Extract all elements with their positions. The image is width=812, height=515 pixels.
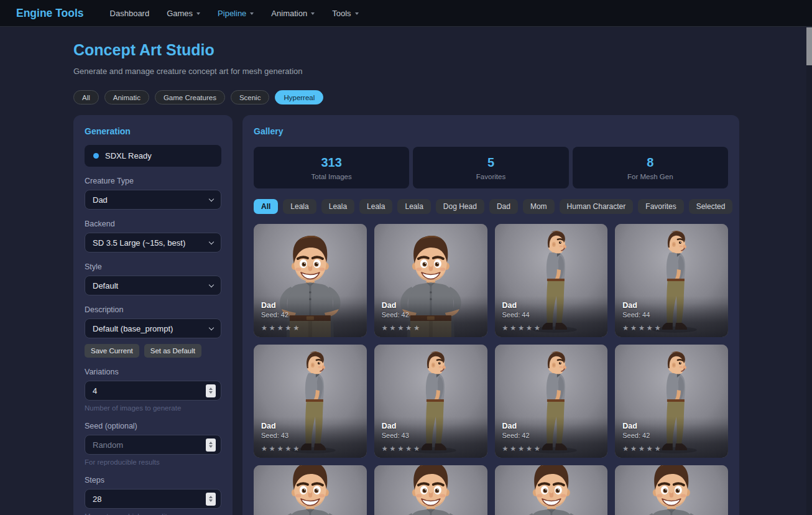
star-rating-icon[interactable]: ★★★★★: [622, 445, 721, 453]
gallery-pill-favorites[interactable]: Favorites: [638, 199, 683, 214]
gallery-card[interactable]: Dad Seed: 42 ★★★★★: [495, 345, 608, 458]
concept-art-image: [495, 465, 608, 515]
category-pill-scenic[interactable]: Scenic: [231, 90, 270, 104]
nav-item-animation[interactable]: Animation: [271, 9, 315, 18]
style-select[interactable]: Default: [85, 276, 221, 295]
gallery-card[interactable]: Dad Seed: 43 ★★★★★: [374, 345, 487, 458]
category-pill-game-creatures[interactable]: Game Creatures: [155, 90, 225, 104]
status-text: SDXL Ready: [105, 151, 152, 160]
star-rating-icon[interactable]: ★★★★★: [502, 445, 601, 453]
page-scrollbar-thumb[interactable]: [806, 27, 812, 65]
card-overlay: Dad Seed: 42 ★★★★★: [495, 417, 608, 458]
nav-item-label: Pipeline: [218, 9, 246, 18]
star-rating-icon[interactable]: ★★★★★: [382, 324, 480, 332]
nav-item-label: Tools: [332, 9, 351, 18]
steps-value: 28: [93, 494, 101, 504]
style-label: Style: [85, 262, 221, 271]
number-stepper-icon[interactable]: [206, 438, 216, 452]
chevron-down-icon: [209, 196, 214, 201]
set-as-default-button[interactable]: Set as Default: [144, 344, 201, 358]
stat-favorites: 5 Favorites: [413, 147, 568, 188]
category-pill-hyperreal[interactable]: Hyperreal: [275, 90, 323, 104]
save-current-button[interactable]: Save Current: [85, 344, 139, 358]
nav-item-dashboard[interactable]: Dashboard: [110, 9, 150, 18]
stepper-down-icon[interactable]: [209, 499, 213, 502]
caret-down-icon: [355, 12, 359, 15]
star-rating-icon[interactable]: ★★★★★: [502, 324, 601, 332]
stepper-up-icon[interactable]: [209, 442, 213, 444]
stepper-down-icon[interactable]: [209, 391, 213, 394]
card-title: Dad: [502, 301, 601, 310]
gallery-card[interactable]: Dad Seed: 44 ★★★★★: [495, 224, 608, 337]
gallery-card[interactable]: Dad Seed: 42 ★★★★★: [374, 224, 487, 337]
backend-value: SD 3.5 Large (~15s, best): [93, 238, 185, 248]
description-label: Description: [85, 305, 221, 314]
gallery-card[interactable]: Dad Seed: 44 ★★★★★: [615, 224, 728, 337]
star-rating-icon[interactable]: ★★★★★: [261, 445, 359, 453]
chevron-down-icon: [209, 325, 214, 330]
page-scrollbar-track[interactable]: [806, 27, 812, 515]
number-stepper-icon[interactable]: [206, 493, 216, 506]
creature-type-label: Creature Type: [85, 177, 221, 185]
stepper-up-icon[interactable]: [209, 387, 213, 390]
gallery-pill-mom[interactable]: Mom: [523, 199, 555, 214]
gallery-card[interactable]: [615, 465, 728, 515]
nav-item-tools[interactable]: Tools: [332, 9, 358, 18]
category-pill-animatic[interactable]: Animatic: [104, 90, 149, 104]
card-title: Dad: [261, 301, 359, 310]
star-rating-icon[interactable]: ★★★★★: [261, 324, 359, 332]
brand-logo[interactable]: Engine Tools: [16, 7, 84, 20]
card-title: Dad: [382, 301, 480, 310]
card-overlay: Dad Seed: 44 ★★★★★: [615, 296, 728, 337]
description-select[interactable]: Default (base_prompt): [85, 318, 221, 338]
nav-item-games[interactable]: Games: [167, 9, 200, 18]
gallery-pill-dog-head[interactable]: Dog Head: [436, 199, 484, 214]
stepper-up-icon[interactable]: [209, 496, 213, 498]
creature-type-select[interactable]: Dad: [85, 190, 221, 210]
number-stepper-icon[interactable]: [206, 384, 216, 397]
gallery-card[interactable]: [374, 465, 487, 515]
seed-input[interactable]: Random: [85, 435, 221, 455]
variations-value: 4: [93, 386, 97, 396]
category-pill-all[interactable]: All: [73, 90, 99, 104]
sdxl-status: SDXL Ready: [85, 145, 221, 167]
gallery-grid: Dad Seed: 42 ★★★★★ Dad Seed: 42 ★★★★★ Da…: [254, 224, 728, 515]
gallery-card[interactable]: Dad Seed: 42 ★★★★★: [254, 224, 367, 337]
stepper-down-icon[interactable]: [209, 445, 213, 448]
concept-art-image: [374, 465, 487, 515]
gallery-card[interactable]: [495, 465, 608, 515]
gallery-card[interactable]: Dad Seed: 42 ★★★★★: [615, 345, 728, 458]
gallery-stats: 313 Total Images 5 Favorites 8 For Mesh …: [254, 147, 728, 188]
variations-input[interactable]: 4: [85, 381, 221, 401]
seed-hint: For reproducible results: [85, 458, 221, 466]
concept-art-image: [615, 465, 728, 515]
gallery-pill-human-character[interactable]: Human Character: [560, 199, 634, 214]
star-rating-icon[interactable]: ★★★★★: [382, 445, 480, 453]
stat-label: For Mesh Gen: [627, 173, 673, 180]
concept-art-image: [254, 465, 367, 515]
gallery-pill-leala-1[interactable]: Leala: [283, 199, 316, 214]
gallery-pill-leala-2[interactable]: Leala: [321, 199, 354, 214]
gallery-pill-leala-4[interactable]: Leala: [397, 199, 430, 214]
steps-input[interactable]: 28: [85, 489, 221, 509]
card-seed: Seed: 42: [382, 311, 480, 318]
nav-item-pipeline[interactable]: Pipeline: [218, 9, 254, 18]
star-rating-icon[interactable]: ★★★★★: [622, 324, 721, 332]
stat-total-images: 313 Total Images: [254, 147, 409, 188]
page-subtitle: Generate and manage creature concept art…: [73, 67, 303, 76]
gallery-pill-dad[interactable]: Dad: [489, 199, 518, 214]
backend-select[interactable]: SD 3.5 Large (~15s, best): [85, 233, 221, 253]
chevron-down-icon: [209, 282, 214, 287]
gallery-pill-all[interactable]: All: [254, 199, 278, 214]
gallery-pill-leala-3[interactable]: Leala: [359, 199, 392, 214]
card-title: Dad: [622, 301, 721, 310]
stat-value: 313: [321, 155, 341, 170]
card-overlay: Dad Seed: 43 ★★★★★: [374, 417, 487, 458]
nav-item-label: Animation: [271, 9, 307, 18]
card-seed: Seed: 43: [261, 432, 359, 439]
gallery-card[interactable]: Dad Seed: 43 ★★★★★: [254, 345, 367, 458]
card-title: Dad: [502, 422, 601, 430]
gallery-card[interactable]: [254, 465, 367, 515]
gallery-panel-title: Gallery: [254, 126, 728, 136]
gallery-pill-selected[interactable]: Selected: [689, 199, 733, 214]
